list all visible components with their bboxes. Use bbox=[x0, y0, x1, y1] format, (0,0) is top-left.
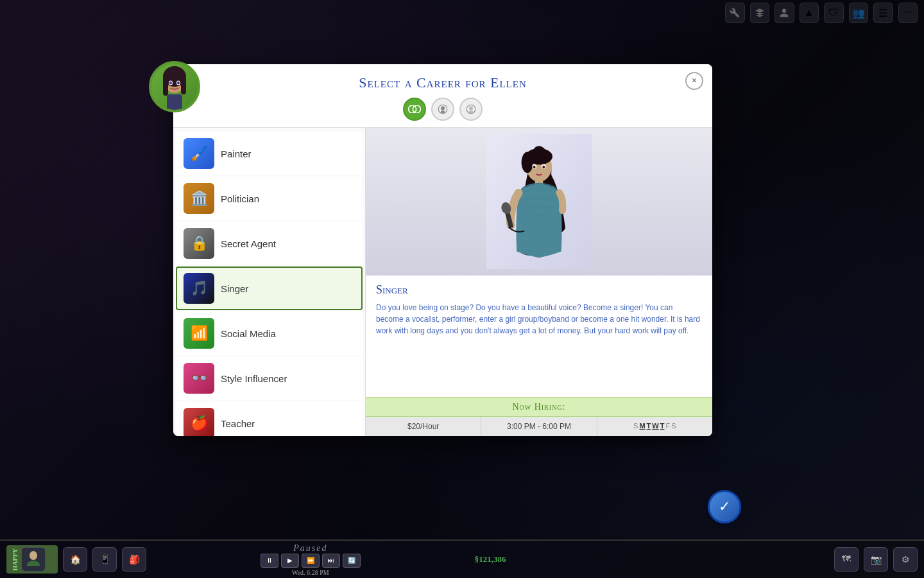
pause-button[interactable]: ⏸ bbox=[261, 554, 278, 568]
secret-agent-icon: 🔒 bbox=[184, 228, 214, 259]
career-info: Singer Do you love being on stage? Do yo… bbox=[366, 276, 712, 397]
svg-rect-16 bbox=[469, 110, 473, 113]
day-s: S bbox=[671, 422, 676, 430]
bottom-bar: HAPPY 🏠 📱 🎒 Paused ⏸ ▶ ⏩ ⏭ 🔄 Wed. 6:28 P… bbox=[0, 539, 924, 578]
career-item-politician[interactable]: 🏛️Politician bbox=[176, 177, 363, 220]
time-display: Wed. 6:28 PM bbox=[292, 569, 329, 576]
painter-icon: 🖌️ bbox=[184, 138, 214, 169]
politician-icon: 🏛️ bbox=[184, 183, 214, 214]
politician-label: Politician bbox=[221, 193, 259, 204]
career-item-social-media[interactable]: 📶Social Media bbox=[176, 311, 363, 355]
svg-point-12 bbox=[441, 107, 445, 110]
job-details: $20/Hour 3:00 PM - 6:00 PM SMTWTFS bbox=[366, 417, 712, 436]
svg-point-7 bbox=[177, 82, 180, 85]
right-panel-button[interactable]: 🗺 bbox=[834, 547, 859, 572]
filter-expansion-button[interactable] bbox=[459, 98, 483, 121]
day-w: W bbox=[652, 422, 658, 430]
bottom-center: Paused ⏸ ▶ ⏩ ⏭ 🔄 Wed. 6:28 PM bbox=[151, 543, 470, 576]
career-list: 🖌️Painter🏛️Politician🔒Secret Agent🎵Singe… bbox=[173, 128, 366, 436]
career-description: Do you love being on stage? Do you have … bbox=[376, 302, 702, 337]
svg-point-6 bbox=[169, 82, 172, 85]
svg-point-20 bbox=[522, 152, 533, 173]
play-button[interactable]: ▶ bbox=[281, 554, 299, 568]
inventory-button[interactable]: 🎒 bbox=[122, 547, 146, 572]
career-item-secret-agent[interactable]: 🔒Secret Agent bbox=[176, 222, 363, 265]
play-controls: ⏸ ▶ ⏩ ⏭ 🔄 bbox=[261, 554, 361, 568]
paused-text: Paused bbox=[293, 543, 327, 554]
day-m: M bbox=[639, 422, 645, 430]
singer-illustration bbox=[481, 134, 597, 269]
hiring-section: Now Hiring: $20/Hour 3:00 PM - 6:00 PM S… bbox=[366, 397, 712, 436]
career-item-teacher[interactable]: 🍎Teacher bbox=[176, 401, 363, 436]
phone-button[interactable]: 📱 bbox=[92, 547, 117, 572]
home-button[interactable]: 🏠 bbox=[63, 547, 87, 572]
confirm-button[interactable]: ✓ bbox=[708, 490, 741, 523]
day-f: F bbox=[665, 422, 670, 430]
selected-career-title: Singer bbox=[376, 283, 702, 297]
day-s: S bbox=[633, 422, 638, 430]
career-detail: Singer Do you love being on stage? Do yo… bbox=[366, 128, 712, 436]
status-indicator: HAPPY bbox=[6, 545, 58, 574]
dialog-header: Select a Career for Ellen bbox=[173, 64, 712, 128]
secret-agent-label: Secret Agent bbox=[221, 238, 276, 249]
svg-rect-3 bbox=[181, 76, 186, 94]
job-pay: $20/Hour bbox=[366, 417, 481, 436]
settings-button[interactable]: ⚙ bbox=[893, 547, 918, 572]
ultra-speed-button[interactable]: ⏭ bbox=[322, 554, 340, 568]
career-dialog: × Select a Career for Ellen bbox=[173, 64, 712, 436]
camera-button[interactable]: 📷 bbox=[864, 547, 888, 572]
social-media-label: Social Media bbox=[221, 328, 276, 339]
social-media-icon: 📶 bbox=[184, 318, 214, 349]
singer-label: Singer bbox=[221, 283, 248, 294]
teacher-icon: 🍎 bbox=[184, 408, 214, 436]
job-days: SMTWTFS bbox=[597, 417, 712, 436]
filter-all-button[interactable] bbox=[403, 98, 426, 121]
days-row: SMTWTFS bbox=[600, 422, 710, 430]
dialog-title: Select a Career for Ellen bbox=[186, 74, 699, 91]
job-hours: 3:00 PM - 6:00 PM bbox=[481, 417, 596, 436]
filter-base-button[interactable] bbox=[431, 98, 454, 121]
day-t: T bbox=[647, 422, 651, 430]
day-t: T bbox=[660, 422, 665, 430]
style-influencer-icon: 👓 bbox=[184, 363, 214, 394]
svg-rect-13 bbox=[441, 110, 445, 113]
svg-point-15 bbox=[469, 107, 473, 110]
fast-forward-button[interactable]: ⏩ bbox=[302, 554, 320, 568]
svg-rect-8 bbox=[167, 94, 182, 110]
dialog-body: 🖌️Painter🏛️Politician🔒Secret Agent🎵Singe… bbox=[173, 128, 712, 436]
svg-point-28 bbox=[30, 551, 37, 560]
sim-portrait-button[interactable] bbox=[21, 547, 46, 572]
career-image bbox=[366, 128, 712, 276]
status-label: HAPPY bbox=[12, 548, 19, 570]
now-hiring-bar: Now Hiring: bbox=[366, 398, 712, 417]
filter-icons-row bbox=[186, 98, 699, 121]
svg-point-23 bbox=[533, 166, 536, 169]
painter-label: Painter bbox=[221, 148, 252, 159]
career-item-singer[interactable]: 🎵Singer bbox=[176, 267, 363, 310]
character-avatar bbox=[149, 61, 200, 112]
hours-value: 3:00 PM - 6:00 PM bbox=[507, 422, 571, 431]
pay-value: $20/Hour bbox=[407, 422, 439, 431]
teacher-label: Teacher bbox=[221, 418, 255, 429]
style-influencer-label: Style Influencer bbox=[221, 373, 287, 384]
career-item-painter[interactable]: 🖌️Painter bbox=[176, 132, 363, 175]
close-button[interactable]: × bbox=[685, 72, 703, 90]
svg-point-24 bbox=[542, 166, 545, 169]
money-display: §121,386 bbox=[475, 554, 506, 565]
career-item-style-influencer[interactable]: 👓Style Influencer bbox=[176, 356, 363, 400]
sim-speed-button[interactable]: 🔄 bbox=[343, 554, 361, 568]
singer-icon: 🎵 bbox=[184, 273, 214, 304]
svg-rect-2 bbox=[163, 76, 168, 96]
